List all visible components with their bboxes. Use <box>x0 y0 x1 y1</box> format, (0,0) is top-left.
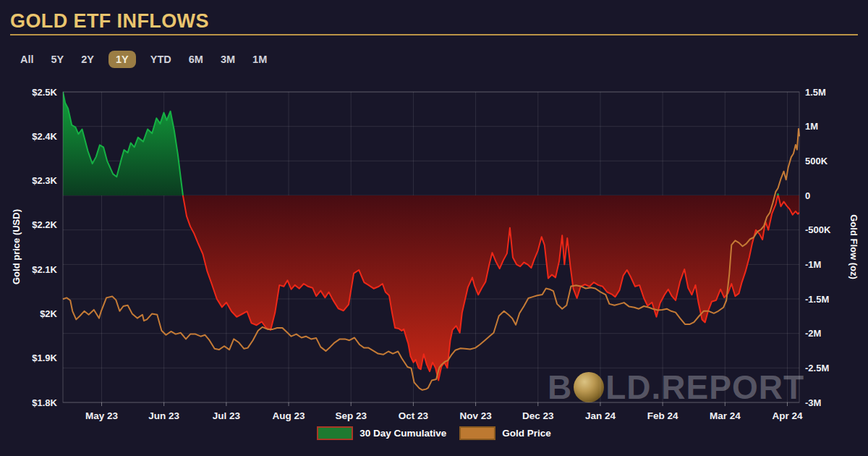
legend-label-cumulative: 30 Day Cumulative <box>359 428 446 439</box>
legend-label-gold-price: Gold Price <box>502 428 551 439</box>
x-axis-tick-label: Feb 24 <box>647 410 678 421</box>
right-axis-tick-label: 1.5M <box>805 87 826 98</box>
left-axis-tick-label: $2.2K <box>32 219 57 230</box>
right-axis-tick-label: -1M <box>805 259 821 270</box>
x-axis-tick-label: Jul 23 <box>213 410 241 421</box>
gold-etf-chart: $2.5K$2.4K$2.3K$2.2K$2.1K$2K$1.9K$1.8K1.… <box>0 0 868 456</box>
right-axis-tick-label: 1M <box>805 121 818 132</box>
gold-etf-inflows-card: GOLD ETF INFLOWS All5Y2Y1YYTD6M3M1M B LD… <box>0 0 868 456</box>
x-axis-tick-label: Nov 23 <box>459 410 492 421</box>
legend-item-gold-price[interactable]: Gold Price <box>459 426 551 440</box>
chart-series <box>63 92 799 390</box>
x-axis-tick-label: Aug 23 <box>273 410 306 421</box>
left-axis-tick-label: $2.5K <box>32 87 57 98</box>
right-axis-title: Gold Flow (oz) <box>848 214 859 279</box>
left-axis-tick-label: $2.3K <box>32 175 57 186</box>
x-axis-tick-label: Oct 23 <box>399 410 429 421</box>
right-axis-tick-label: -2.5M <box>805 363 829 373</box>
gold-price-swatch-icon <box>459 426 495 440</box>
legend-item-cumulative[interactable]: 30 Day Cumulative <box>317 426 446 440</box>
left-axis-tick-label: $1.8K <box>32 397 57 408</box>
x-axis-tick-label: Apr 24 <box>772 410 803 421</box>
x-axis-tick-label: Jan 24 <box>585 410 616 421</box>
left-axis-tick-label: $2K <box>40 308 57 319</box>
x-axis-tick-label: Dec 23 <box>522 410 554 421</box>
cumulative-swatch-icon <box>317 426 353 440</box>
right-axis-tick-label: -3M <box>805 397 821 408</box>
right-axis-tick-label: -500K <box>805 224 831 235</box>
right-axis-tick-label: -1.5M <box>805 294 829 305</box>
left-axis-tick-label: $2.4K <box>32 131 57 142</box>
left-axis-title: Gold price (USD) <box>11 209 22 284</box>
right-axis-tick-label: -2M <box>805 328 821 339</box>
right-axis-tick-label: 0 <box>805 190 810 201</box>
chart-legend: 30 Day Cumulative Gold Price <box>0 426 868 440</box>
left-axis-tick-label: $2.1K <box>32 264 57 275</box>
x-axis-tick-label: Jun 23 <box>148 410 179 421</box>
left-axis-tick-label: $1.9K <box>32 352 57 363</box>
x-axis-tick-label: Mar 24 <box>710 410 741 421</box>
x-axis-tick-label: May 23 <box>85 410 119 421</box>
x-axis-tick-label: Sep 23 <box>335 410 367 421</box>
right-axis-tick-label: 500K <box>805 156 828 166</box>
